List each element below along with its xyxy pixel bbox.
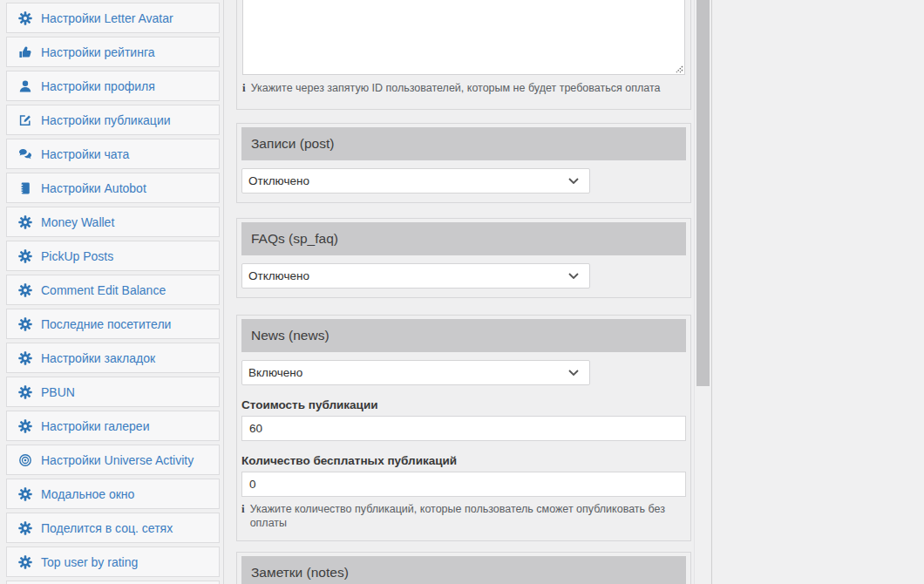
section-post: Записи (post) Отключено	[236, 123, 691, 203]
sidebar-item[interactable]: PickUp Posts	[6, 241, 220, 271]
sidebar-item[interactable]: Money Wallet	[6, 207, 220, 237]
sidebar-item-label: Top user by rating	[41, 555, 138, 569]
sidebar-item-label: Настройки профиля	[41, 79, 155, 93]
sidebar-item-label: Настройки Letter Avatar	[41, 11, 173, 25]
gear-icon	[18, 351, 32, 365]
free-publications-label: Количество бесплатных публикаций	[241, 453, 686, 468]
post-status-select[interactable]: Отключено	[241, 168, 590, 194]
sidebar-item-label: Настройки закладок	[41, 351, 155, 365]
sidebar-item[interactable]: Настройки рейтинга	[6, 37, 220, 67]
news-status-select[interactable]: Включено	[241, 360, 590, 385]
sidebar-item-label: PBUN	[41, 385, 75, 399]
section-news: News (news) Включено Стоимость публикаци…	[236, 315, 691, 541]
sidebar-item[interactable]: Comment Edit Balance	[6, 275, 220, 305]
page-background	[712, 0, 924, 584]
sidebar-item-label: Comment Edit Balance	[41, 283, 166, 297]
settings-panel: i Укажите через запятую ID пользователей…	[223, 0, 712, 584]
gear-icon	[18, 249, 32, 263]
section-post-header: Записи (post)	[241, 127, 686, 160]
chevron-down-icon	[568, 370, 579, 376]
thumbs-up-icon	[18, 45, 32, 59]
settings-form: i Укажите через запятую ID пользователей…	[236, 0, 691, 584]
publication-cost-input[interactable]	[241, 416, 686, 441]
sidebar-item[interactable]: Настройки закладок	[6, 343, 220, 373]
help-text-free-publications: i Укажите количество публикаций, которые…	[241, 502, 686, 530]
sidebar-item[interactable]: Настройки публикации	[6, 105, 220, 135]
sidebar-item-partial[interactable]	[6, 581, 220, 584]
chevron-down-icon	[568, 178, 579, 184]
sidebar-item-label: Последние посетители	[41, 317, 171, 331]
sidebar-item-label: Модальное окно	[41, 487, 134, 501]
gear-icon	[18, 215, 32, 229]
sidebar-item[interactable]: Настройки чата	[6, 139, 220, 169]
section-faq-header: FAQs (sp_faq)	[241, 222, 686, 255]
section-news-header: News (news)	[241, 319, 686, 352]
sidebar-item[interactable]: Настройки галереи	[6, 411, 220, 441]
sidebar-item-label: Поделится в соц. сетях	[41, 521, 173, 535]
bullseye-icon	[18, 453, 32, 467]
sidebar-item[interactable]: Поделится в соц. сетях	[6, 513, 220, 543]
sidebar-item-label: Настройки Autobot	[41, 181, 146, 195]
scrollbar-track[interactable]	[694, 0, 710, 584]
chevron-down-icon	[568, 273, 579, 279]
gear-icon	[18, 555, 32, 569]
sidebar-item-label: PickUp Posts	[41, 249, 113, 263]
sidebar-item[interactable]: Последние посетители	[6, 309, 220, 339]
free-publications-input[interactable]	[241, 472, 686, 497]
user-icon	[18, 79, 32, 93]
help-text-free-users: i Укажите через запятую ID пользователей…	[242, 81, 685, 95]
gear-icon	[18, 419, 32, 433]
book-icon	[18, 181, 32, 195]
free-user-ids-textarea[interactable]	[242, 0, 685, 75]
settings-sidebar: Настройки Letter Avatar Настройки рейтин…	[0, 0, 223, 584]
section-faq: FAQs (sp_faq) Отключено	[236, 218, 691, 298]
info-icon: i	[241, 502, 245, 516]
scrollbar-thumb[interactable]	[696, 0, 710, 386]
sidebar-item-label: Настройки Universe Activity	[41, 453, 194, 467]
publication-cost-label: Стоимость публикации	[241, 397, 686, 412]
sidebar-item[interactable]: Модальное окно	[6, 479, 220, 509]
sidebar-item-label: Настройки рейтинга	[41, 45, 154, 59]
edit-icon	[18, 113, 32, 127]
sidebar-item[interactable]: Top user by rating	[6, 547, 220, 577]
comments-icon	[18, 147, 32, 161]
sidebar-item-label: Настройки публикации	[41, 113, 171, 127]
sidebar-item[interactable]: Настройки профиля	[6, 71, 220, 101]
sidebar-item-label: Настройки чата	[41, 147, 129, 161]
sidebar-item[interactable]: Настройки Autobot	[6, 173, 220, 203]
gear-icon	[18, 317, 32, 331]
sidebar-item-label: Настройки галереи	[41, 419, 149, 433]
faq-status-select[interactable]: Отключено	[241, 263, 590, 289]
section-free-users: i Укажите через запятую ID пользователей…	[236, 0, 691, 110]
sidebar-item[interactable]: PBUN	[6, 377, 220, 407]
section-notes-header: Заметки (notes)	[241, 556, 686, 584]
gear-icon	[18, 11, 32, 25]
section-notes: Заметки (notes)	[236, 552, 691, 584]
gear-icon	[18, 521, 32, 535]
gear-icon	[18, 283, 32, 297]
sidebar-item[interactable]: Настройки Letter Avatar	[6, 3, 220, 33]
sidebar-item-label: Money Wallet	[41, 215, 114, 229]
info-icon: i	[242, 81, 246, 95]
gear-icon	[18, 487, 32, 501]
sidebar-item[interactable]: Настройки Universe Activity	[6, 445, 220, 475]
gear-icon	[18, 385, 32, 399]
